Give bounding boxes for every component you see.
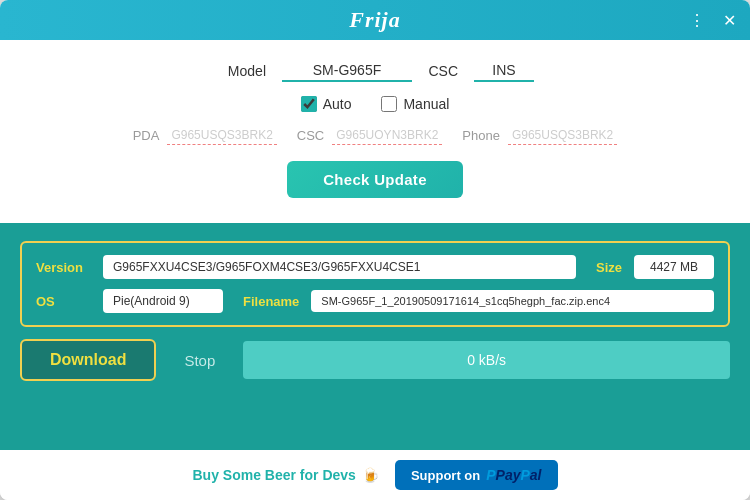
titlebar: Frija ⋮ ✕ — [0, 0, 750, 40]
csc-info-label: CSC — [297, 128, 324, 143]
auto-label[interactable]: Auto — [323, 96, 352, 112]
os-filename-row: OS Pie(Android 9) Filename SM-G965F_1_20… — [36, 289, 714, 313]
footer-beer-text: Buy Some Beer for Devs 🍺 — [192, 467, 378, 483]
app-window: Frija ⋮ ✕ Model CSC Auto Manual — [0, 0, 750, 500]
size-value: 4427 MB — [634, 255, 714, 279]
filename-value: SM-G965F_1_20190509171614_s1cq5hegph_fac… — [311, 290, 714, 312]
version-value: G965FXXU4CSE3/G965FOXM4CSE3/G965FXXU4CSE… — [103, 255, 576, 279]
pda-value: G965USQS3BRK2 — [167, 126, 276, 145]
csc-input[interactable] — [474, 60, 534, 82]
csc-label: CSC — [428, 63, 458, 79]
size-label: Size — [596, 260, 622, 275]
info-row: PDA G965USQS3BRK2 CSC G965UOYN3BRK2 Phon… — [30, 126, 720, 145]
result-box: Version G965FXXU4CSE3/G965FOXM4CSE3/G965… — [20, 241, 730, 327]
phone-label: Phone — [462, 128, 500, 143]
pda-group: PDA G965USQS3BRK2 — [133, 126, 277, 145]
stop-button[interactable]: Stop — [168, 342, 231, 379]
auto-checkbox[interactable] — [301, 96, 317, 112]
footer: Buy Some Beer for Devs 🍺 Support on PPay… — [0, 450, 750, 500]
manual-checkbox-group: Manual — [381, 96, 449, 112]
manual-checkbox[interactable] — [381, 96, 397, 112]
menu-button[interactable]: ⋮ — [685, 9, 709, 32]
paypal-button[interactable]: Support on PPayPal — [395, 460, 558, 490]
filename-label: Filename — [243, 294, 299, 309]
support-label: Support on — [411, 468, 480, 483]
progress-bar: 0 kB/s — [243, 341, 730, 379]
check-update-button[interactable]: Check Update — [287, 161, 463, 198]
titlebar-controls: ⋮ ✕ — [685, 9, 740, 32]
beer-emoji: 🍺 — [362, 467, 379, 483]
bottom-section: Version G965FXXU4CSE3/G965FOXM4CSE3/G965… — [0, 223, 750, 450]
model-label: Model — [216, 63, 266, 79]
close-button[interactable]: ✕ — [719, 9, 740, 32]
phone-value: G965USQS3BRK2 — [508, 126, 617, 145]
paypal-logo: PPayPal — [486, 467, 541, 483]
phone-group: Phone G965USQS3BRK2 — [462, 126, 617, 145]
auto-checkbox-group: Auto — [301, 96, 352, 112]
manual-label[interactable]: Manual — [403, 96, 449, 112]
version-size-row: Version G965FXXU4CSE3/G965FOXM4CSE3/G965… — [36, 255, 714, 279]
csc-info-group: CSC G965UOYN3BRK2 — [297, 126, 443, 145]
progress-text: 0 kB/s — [467, 352, 506, 368]
action-row: Download Stop 0 kB/s — [20, 339, 730, 381]
top-section: Model CSC Auto Manual PDA G965USQS3BRK2 … — [0, 40, 750, 223]
app-title: Frija — [349, 7, 400, 33]
os-label: OS — [36, 294, 91, 309]
version-label: Version — [36, 260, 91, 275]
pda-label: PDA — [133, 128, 160, 143]
os-value: Pie(Android 9) — [103, 289, 223, 313]
beer-label: Buy Some Beer for Devs — [192, 467, 355, 483]
model-input[interactable] — [282, 60, 412, 82]
auto-manual-row: Auto Manual — [30, 96, 720, 112]
download-button[interactable]: Download — [20, 339, 156, 381]
model-csc-row: Model CSC — [30, 60, 720, 82]
csc-info-value: G965UOYN3BRK2 — [332, 126, 442, 145]
